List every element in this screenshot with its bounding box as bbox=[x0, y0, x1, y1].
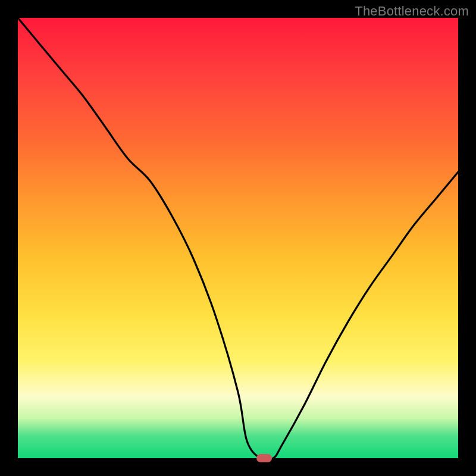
watermark-text: TheBottleneck.com bbox=[355, 4, 469, 19]
optimal-point-marker bbox=[256, 454, 272, 462]
plot-area bbox=[18, 18, 458, 458]
chart-frame: TheBottleneck.com bbox=[0, 0, 476, 476]
bottleneck-curve bbox=[18, 18, 458, 458]
